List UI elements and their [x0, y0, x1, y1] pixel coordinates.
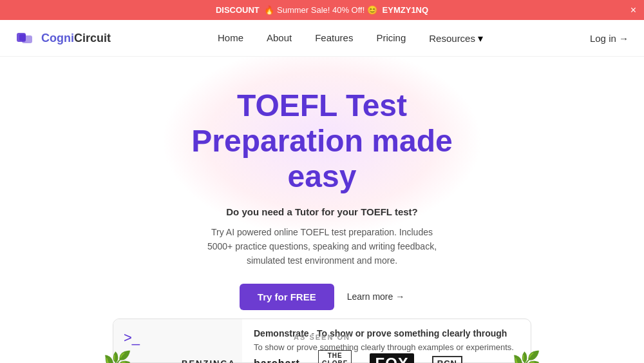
fox-logo: FOX [370, 353, 413, 363]
discount-label: DISCOUNT [216, 5, 260, 15]
nav-item-features[interactable]: Features [315, 32, 353, 44]
cta-group: Try for FREE Learn more → [13, 284, 631, 310]
announcement-text: DISCOUNT 🔥 Summer Sale! 40% Off! 😊 EYMZY… [216, 5, 428, 15]
nav-item-about[interactable]: About [267, 32, 292, 44]
nav-item-resources[interactable]: Resources ▾ [429, 32, 483, 44]
hero-description: Try AI powered online TOEFL test prepara… [200, 225, 444, 268]
nav-link-features[interactable]: Features [315, 32, 353, 43]
fire-emoji: 🔥 [264, 5, 274, 15]
rcn-logo: RCN [432, 356, 462, 363]
hero-content: TOEFL Test Preparation made easy Do you … [13, 88, 631, 363]
laurel-left-icon: 🌿 [103, 350, 132, 363]
benzinga-logo: BENZINGA [182, 358, 236, 363]
nav-item-home[interactable]: Home [218, 32, 243, 44]
logo[interactable]: CogniCircuit [15, 28, 111, 48]
face-emoji: 😊 [367, 5, 377, 15]
globemail-logo: THEGLOBE&MAIL [318, 350, 352, 363]
nav-link-about[interactable]: About [267, 32, 292, 43]
navbar: CogniCircuit Home About Features Pricing… [0, 20, 644, 57]
chevron-down-icon: ▾ [478, 32, 483, 44]
login-button[interactable]: Log in → [590, 33, 629, 44]
svg-rect-2 [19, 34, 26, 41]
nav-link-pricing[interactable]: Pricing [376, 32, 406, 43]
nav-item-pricing[interactable]: Pricing [376, 32, 406, 44]
as-seen-on-section: AS SEEN ON 🌿 BENZINGA barchart THEGLOBE&… [13, 333, 631, 363]
nav-link-resources[interactable]: Resources [429, 33, 475, 44]
nav-links: Home About Features Pricing Resources ▾ [218, 32, 483, 44]
logo-icon [15, 28, 36, 48]
announcement-close-button[interactable]: × [630, 5, 636, 15]
hero-section: TOEFL Test Preparation made easy Do you … [0, 57, 644, 363]
nav-link-home[interactable]: Home [218, 32, 243, 43]
announcement-message: Summer Sale! 40% Off! [277, 5, 365, 15]
media-logos-row: 🌿 BENZINGA barchart THEGLOBE&MAIL FOX RC… [13, 350, 631, 363]
learn-more-link[interactable]: Learn more → [347, 291, 404, 302]
hero-title: TOEFL Test Preparation made easy [13, 88, 631, 195]
try-free-button[interactable]: Try for FREE [240, 284, 334, 310]
announcement-bar: DISCOUNT 🔥 Summer Sale! 40% Off! 😊 EYMZY… [0, 0, 644, 20]
as-seen-on-label: AS SEEN ON [13, 333, 631, 341]
coupon-code: EYMZY1NQ [383, 5, 429, 15]
hero-subtitle: Do you need a Tutor for your TOEFL test? [13, 206, 631, 217]
laurel-right-icon: 🌿 [512, 350, 541, 363]
barchart-logo: barchart [254, 358, 300, 363]
logo-text: CogniCircuit [41, 32, 111, 45]
